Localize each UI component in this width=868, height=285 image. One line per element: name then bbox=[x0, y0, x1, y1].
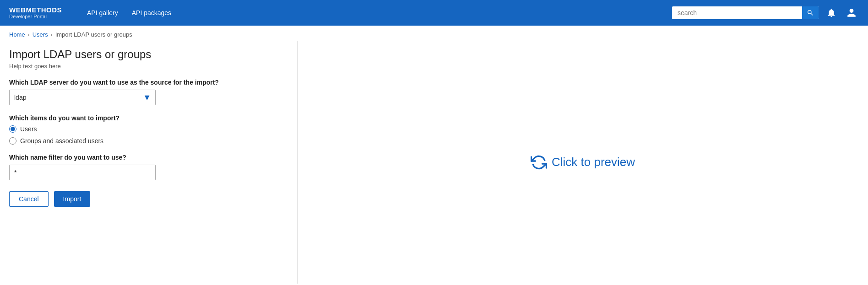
brand-subtitle: Developer Portal bbox=[9, 14, 69, 19]
breadcrumb-current: Import LDAP users or groups bbox=[55, 31, 132, 38]
ldap-select-wrapper: ldap ▼ bbox=[9, 90, 156, 105]
bell-icon bbox=[826, 8, 836, 18]
radio-users[interactable] bbox=[9, 125, 16, 133]
main-nav: API gallery API packages bbox=[87, 7, 654, 18]
breadcrumb: Home › Users › Import LDAP users or grou… bbox=[0, 26, 868, 41]
radio-users-label: Users bbox=[20, 125, 37, 133]
import-button[interactable]: Import bbox=[54, 191, 91, 207]
search-button[interactable] bbox=[802, 6, 819, 19]
radio-groups-label: Groups and associated users bbox=[20, 137, 103, 145]
search-container bbox=[672, 6, 819, 19]
search-icon bbox=[807, 9, 814, 16]
import-items-radio-group: Users Groups and associated users bbox=[9, 125, 288, 145]
preview-area[interactable]: Click to preview bbox=[531, 154, 635, 171]
radio-groups[interactable] bbox=[9, 137, 16, 145]
preview-text: Click to preview bbox=[552, 155, 635, 169]
header-right bbox=[672, 5, 859, 20]
ldap-server-label: Which LDAP server do you want to use as … bbox=[9, 79, 288, 86]
form-button-row: Cancel Import bbox=[9, 191, 288, 207]
right-panel: Click to preview bbox=[298, 41, 868, 284]
ldap-server-select[interactable]: ldap bbox=[9, 90, 156, 105]
left-panel: Import LDAP users or groups Help text go… bbox=[0, 41, 298, 284]
page-title: Import LDAP users or groups bbox=[9, 48, 288, 61]
name-filter-label: Which name filter do you want to use? bbox=[9, 154, 288, 161]
preview-icon-container: Click to preview bbox=[531, 154, 635, 171]
items-label: Which items do you want to import? bbox=[9, 114, 288, 122]
main-header: WEBMETHODS Developer Portal API gallery … bbox=[0, 0, 868, 26]
radio-groups-item[interactable]: Groups and associated users bbox=[9, 137, 288, 145]
brand-name: WEBMETHODS bbox=[9, 6, 69, 14]
refresh-icon bbox=[531, 154, 547, 171]
radio-users-item[interactable]: Users bbox=[9, 125, 288, 133]
breadcrumb-home[interactable]: Home bbox=[9, 31, 25, 38]
ldap-server-section: Which LDAP server do you want to use as … bbox=[9, 79, 288, 105]
name-filter-input[interactable] bbox=[9, 165, 156, 180]
breadcrumb-sep-2: › bbox=[51, 32, 53, 38]
page-help-text: Help text goes here bbox=[9, 63, 288, 70]
breadcrumb-sep-1: › bbox=[28, 32, 30, 38]
nav-api-packages[interactable]: API packages bbox=[132, 7, 171, 18]
nav-api-gallery[interactable]: API gallery bbox=[87, 7, 118, 18]
notifications-button[interactable] bbox=[824, 5, 839, 20]
brand-logo: WEBMETHODS Developer Portal bbox=[9, 6, 69, 20]
search-input[interactable] bbox=[672, 6, 819, 19]
breadcrumb-users[interactable]: Users bbox=[33, 31, 48, 38]
main-layout: Import LDAP users or groups Help text go… bbox=[0, 41, 868, 284]
cancel-button[interactable]: Cancel bbox=[9, 191, 49, 207]
items-section: Which items do you want to import? Users… bbox=[9, 114, 288, 145]
user-profile-button[interactable] bbox=[844, 5, 859, 20]
user-icon bbox=[846, 8, 857, 18]
name-filter-section: Which name filter do you want to use? bbox=[9, 154, 288, 180]
